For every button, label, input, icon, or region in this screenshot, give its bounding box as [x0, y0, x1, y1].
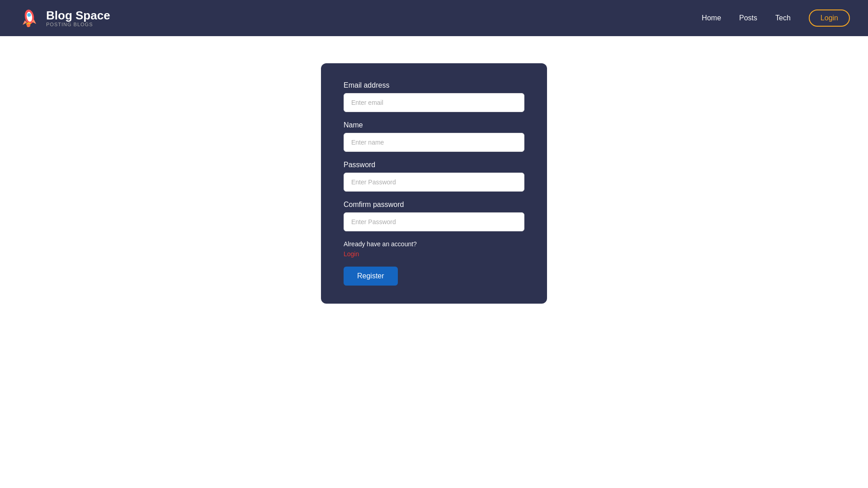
nav-item-home[interactable]: Home [702, 14, 721, 22]
register-button[interactable]: Register [344, 267, 398, 286]
brand-logo[interactable]: Blog Space POSTING BLOGS [18, 7, 110, 29]
navbar: Blog Space POSTING BLOGS Home Posts Tech… [0, 0, 868, 36]
confirm-password-form-group: Comfirm password [344, 201, 524, 231]
email-input[interactable] [344, 93, 524, 112]
brand-subtitle: POSTING BLOGS [46, 22, 110, 27]
password-form-group: Password [344, 161, 524, 192]
email-label: Email address [344, 81, 524, 89]
password-label: Password [344, 161, 524, 169]
name-input[interactable] [344, 133, 524, 152]
nav-item-tech[interactable]: Tech [775, 14, 791, 22]
brand-text: Blog Space POSTING BLOGS [46, 9, 110, 28]
main-content: Email address Name Password Comfirm pass… [0, 36, 868, 488]
nav-item-posts[interactable]: Posts [739, 14, 757, 22]
register-card: Email address Name Password Comfirm pass… [321, 63, 547, 304]
name-form-group: Name [344, 121, 524, 152]
brand-title: Blog Space [46, 9, 110, 22]
login-button[interactable]: Login [809, 9, 850, 27]
email-form-group: Email address [344, 81, 524, 112]
confirm-password-input[interactable] [344, 212, 524, 231]
confirm-password-label: Comfirm password [344, 201, 524, 209]
login-link[interactable]: Login [344, 250, 524, 258]
already-account-text: Already have an account? [344, 240, 524, 248]
navbar-nav: Home Posts Tech Login [702, 9, 850, 27]
rocket-icon [18, 7, 41, 29]
password-input[interactable] [344, 173, 524, 192]
name-label: Name [344, 121, 524, 129]
